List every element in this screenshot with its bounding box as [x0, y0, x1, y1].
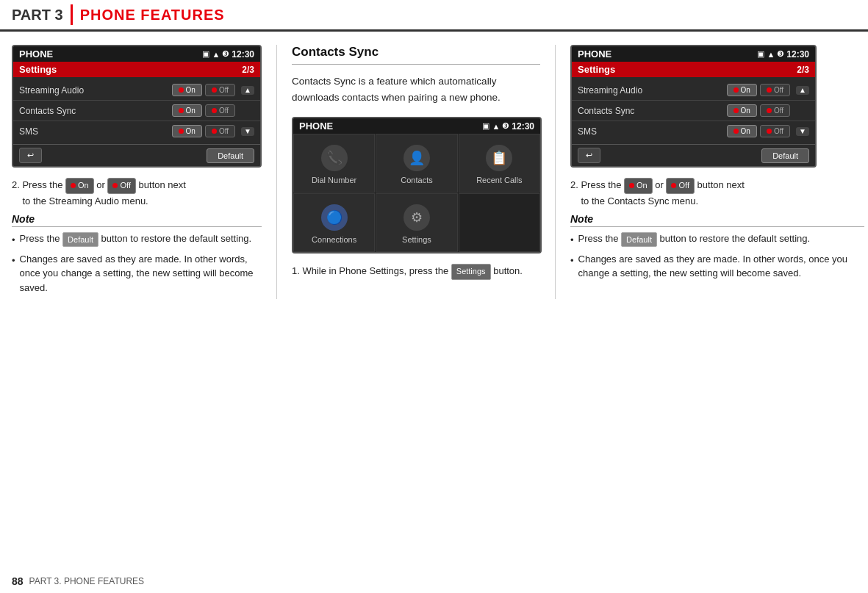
mid-menu-settings[interactable]: ⚙ Settings	[376, 193, 457, 252]
left-note-text-2: Changes are saved as they are made. In o…	[20, 252, 262, 295]
right-contacts-off-btn[interactable]: Off	[760, 104, 790, 117]
right-row-sms-label: SMS	[578, 126, 727, 137]
left-bullet-1: •	[12, 233, 15, 248]
right-row-contacts-label: Contacts Sync	[578, 106, 727, 116]
right-streaming-off-btn[interactable]: Off	[760, 84, 790, 96]
left-phone-rows: Streaming Audio On Off ▲ Contacts Sync O…	[13, 77, 260, 144]
right-phone-time: 12:30	[786, 49, 809, 60]
connections-label: Connections	[312, 235, 356, 244]
right-on-badge: On	[624, 178, 653, 194]
right-step-text: 2. Press the On or Off button next to th…	[570, 178, 864, 209]
left-scroll-down-arrow: ▼	[244, 127, 251, 136]
mid-menu-connections[interactable]: 🔵 Connections	[293, 193, 375, 252]
left-row-sms-label: SMS	[19, 126, 172, 137]
right-scroll-up[interactable]: ▲	[796, 86, 809, 95]
right-back-button[interactable]: ↩	[578, 148, 600, 163]
left-streaming-off-btn[interactable]: Off	[205, 84, 235, 96]
right-row-contacts: Contacts Sync On Off ▲	[572, 101, 815, 121]
dial-icon: 📞	[321, 145, 348, 171]
mid-menu-dial[interactable]: 📞 Dial Number	[293, 134, 375, 193]
left-contacts-off-btn[interactable]: Off	[205, 104, 235, 117]
mid-phone-time: 12:30	[512, 121, 534, 132]
left-scroll-down[interactable]: ▼	[241, 127, 254, 136]
left-settings-label: Settings	[19, 64, 57, 75]
right-default-badge: Default	[621, 232, 657, 248]
left-row-contacts-label: Contacts Sync	[19, 106, 172, 116]
left-phone-icons: ▣ ▲ ❸ 12:30	[202, 49, 254, 60]
header-title: PHONE FEATURES	[80, 7, 225, 24]
right-row-streaming-label: Streaming Audio	[578, 85, 727, 96]
right-row-sms: SMS On Off ▼	[572, 121, 815, 141]
left-row-sms-btns: On Off	[172, 125, 236, 137]
right-scroll-down[interactable]: ▼	[796, 127, 809, 136]
right-sms-off-btn[interactable]: Off	[760, 125, 790, 137]
right-contacts-on-btn[interactable]: On	[727, 104, 757, 117]
right-streaming-on-btn[interactable]: On	[727, 84, 757, 96]
right-bars-icon: ▲	[767, 50, 775, 59]
mid-step-text: 1. While in Phone Settings, press the Se…	[292, 264, 540, 280]
left-note-title: Note	[12, 213, 262, 227]
mid-bt-icon: ❸	[502, 121, 509, 131]
left-phone-topbar: PHONE ▣ ▲ ❸ 12:30	[13, 46, 260, 62]
right-settings-label: Settings	[578, 64, 615, 75]
right-bt-icon: ❸	[777, 49, 784, 59]
right-note-item-2: • Changes are saved as they are made. In…	[570, 252, 864, 281]
mid-settings-badge: Settings	[451, 264, 491, 280]
mid-signal-icon: ▣	[482, 121, 489, 131]
left-default-badge: Default	[62, 232, 98, 248]
right-scroll-up-arrow: ▲	[799, 86, 806, 95]
mid-menu-recent[interactable]: 📋 Recent Calls	[459, 134, 540, 193]
left-phone-title: PHONE	[19, 48, 53, 60]
settings-menu-icon: ⚙	[403, 204, 430, 231]
right-off-badge: Off	[666, 178, 694, 194]
right-settings-bar: Settings 2/3	[572, 62, 815, 77]
left-step-or: or	[96, 179, 107, 190]
recent-label: Recent Calls	[476, 176, 522, 184]
left-back-button[interactable]: ↩	[19, 148, 42, 163]
contacts-icon: 👤	[403, 145, 430, 171]
left-note-item-2: • Changes are saved as they are made. In…	[12, 252, 262, 295]
main-content: PHONE ▣ ▲ ❸ 12:30 Settings 2/3 Streaming…	[0, 32, 868, 306]
left-row-streaming-label: Streaming Audio	[19, 85, 172, 96]
right-bullet-1: •	[570, 233, 574, 248]
left-phone-screen: PHONE ▣ ▲ ❸ 12:30 Settings 2/3 Streaming…	[12, 45, 262, 168]
right-note-item-1: • Press the Default button to restore th…	[570, 231, 864, 248]
mid-step-suffix: button.	[493, 265, 523, 276]
mid-phone-screen: PHONE ▣ ▲ ❸ 12:30 📞 Dial Number 👤 Contac…	[292, 117, 542, 254]
left-streaming-on-btn[interactable]: On	[172, 84, 202, 96]
left-page-num: 2/3	[242, 65, 254, 75]
page-header: PART 3 PHONE FEATURES	[0, 0, 868, 32]
left-row-streaming: Streaming Audio On Off ▲	[13, 80, 260, 101]
section-title: Contacts Sync	[292, 45, 540, 65]
left-contacts-on-btn[interactable]: On	[172, 104, 202, 117]
right-phone-bottom: ↩ Default	[572, 144, 815, 166]
left-scroll-up[interactable]: ▲	[241, 86, 254, 95]
right-signal-icon: ▣	[757, 49, 764, 59]
right-phone-rows: Streaming Audio On Off ▲ Contacts Sync O…	[572, 77, 815, 144]
left-default-button[interactable]: Default	[207, 148, 254, 163]
right-sms-on-btn[interactable]: On	[727, 125, 757, 137]
mid-menu-contacts[interactable]: 👤 Contacts	[376, 134, 457, 193]
right-phone-icons: ▣ ▲ ❸ 12:30	[757, 49, 809, 60]
mid-menu-empty	[459, 193, 540, 252]
footer-page-num: 88	[12, 575, 24, 587]
left-step-prefix: 2. Press the	[12, 179, 65, 190]
left-settings-bar: Settings 2/3	[13, 62, 260, 77]
left-bullet-2: •	[12, 254, 15, 268]
left-row-contacts: Contacts Sync On Off ▲	[13, 101, 260, 121]
mid-phone-topbar: PHONE ▣ ▲ ❸ 12:30	[293, 118, 540, 134]
left-bt-icon: ❸	[222, 49, 229, 59]
left-note-item-1: • Press the Default button to restore th…	[12, 231, 262, 248]
right-column: PHONE ▣ ▲ ❸ 12:30 Settings 2/3 Streaming…	[556, 45, 864, 299]
left-phone-bottom: ↩ Default	[13, 144, 260, 166]
left-row-sms: SMS On Off ▼	[13, 121, 260, 141]
left-note-text-1: Press the Default button to restore the …	[20, 231, 252, 247]
recent-icon: 📋	[486, 145, 512, 171]
dial-label: Dial Number	[312, 176, 356, 184]
left-phone-time: 12:30	[232, 49, 254, 60]
settings-menu-label: Settings	[402, 235, 431, 244]
right-default-button[interactable]: Default	[761, 148, 809, 163]
right-phone-topbar: PHONE ▣ ▲ ❸ 12:30	[572, 46, 815, 62]
left-sms-off-btn[interactable]: Off	[205, 125, 235, 137]
left-sms-on-btn[interactable]: On	[172, 125, 202, 137]
